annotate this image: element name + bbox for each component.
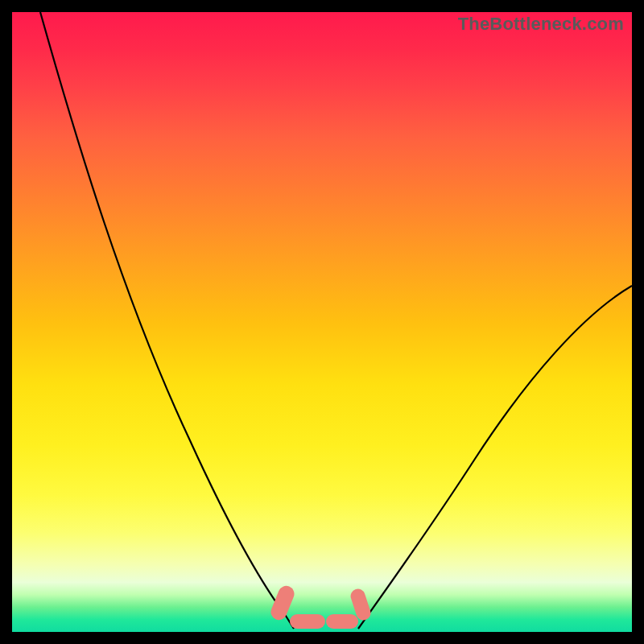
lobe-2 (290, 614, 325, 629)
lobe-3 (326, 614, 358, 629)
right-curve (358, 286, 632, 629)
chart-frame: TheBottleneck.com (0, 0, 644, 644)
left-curve (40, 12, 294, 629)
bottom-lobes-group (268, 584, 372, 629)
curve-layer (12, 12, 632, 632)
plot-area: TheBottleneck.com (12, 12, 632, 632)
